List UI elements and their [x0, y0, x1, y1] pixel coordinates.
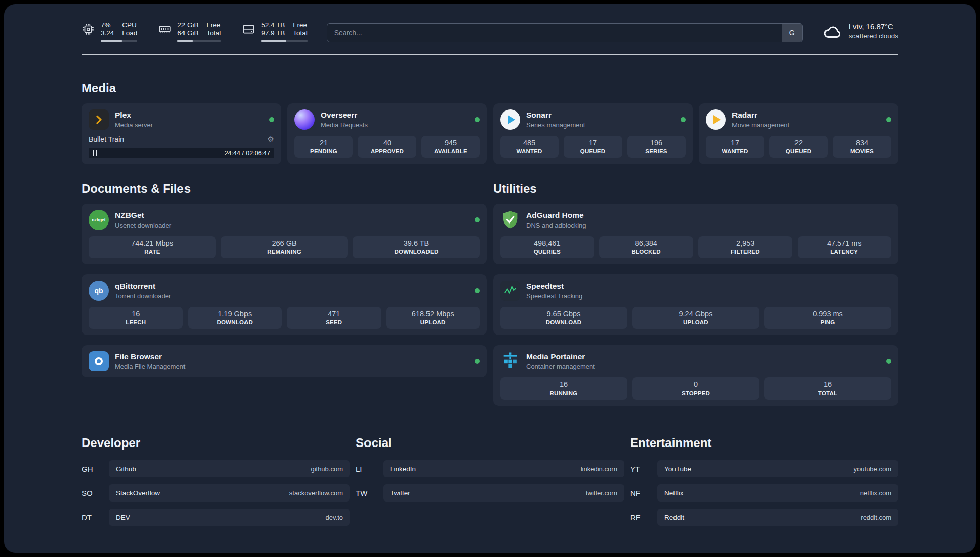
bookmark-abbr: DT: [82, 513, 109, 522]
status-dot: [475, 359, 480, 364]
bookmark-link[interactable]: LinkedInlinkedin.com: [383, 460, 624, 477]
stat-value: 9.65 Gbps: [502, 310, 625, 318]
nzbget-icon[interactable]: nzbget: [89, 210, 109, 230]
section-title-social: Social: [356, 436, 624, 450]
overseerr-icon[interactable]: [294, 109, 315, 130]
stat-value: 1.19 Gbps: [190, 310, 280, 318]
weather-widget: Lviv, 16.87°C scattered clouds: [822, 22, 898, 40]
app-name-portainer[interactable]: Media Portainer: [526, 352, 880, 361]
cpu-load-label: Load: [122, 29, 137, 37]
search-input[interactable]: [327, 23, 803, 42]
stats-row: 17WANTED22QUEUED834MOVIES: [706, 136, 891, 158]
bookmark-link[interactable]: YouTubeyoutube.com: [657, 460, 898, 477]
bookmark-name: StackOverflow: [116, 489, 160, 497]
gear-icon[interactable]: ⚙: [268, 135, 274, 144]
status-dot: [886, 117, 891, 122]
bookmark-link[interactable]: Twittertwitter.com: [383, 484, 624, 502]
stats-row: 744.21 MbpsRATE266 GBREMAINING39.6 TBDOW…: [89, 236, 480, 258]
app-card-overseerr: Overseerr Media Requests 21PENDING40APPR…: [287, 103, 487, 164]
disk-free-label: Free: [293, 21, 308, 29]
stat-value: 16: [91, 310, 181, 318]
bookmark-row: DTDEVdev.to: [82, 509, 350, 526]
app-subtitle-plex: Media server: [115, 121, 263, 129]
seek-bar[interactable]: [101, 150, 221, 156]
ram-total-label: Total: [207, 29, 221, 37]
stat-box: 40APPROVED: [358, 136, 416, 158]
stat-box: 9.65 GbpsDOWNLOAD: [500, 307, 627, 329]
weather-location: Lviv, 16.87°C: [849, 22, 898, 31]
app-name-adguard[interactable]: AdGuard Home: [526, 211, 891, 220]
stat-label: UPLOAD: [388, 319, 478, 325]
playback-time: 24:44 / 02:06:47: [225, 150, 270, 157]
app-name-nzbget[interactable]: NZBGet: [115, 211, 469, 220]
bookmarks-social: Social LILinkedInlinkedin.comTWTwittertw…: [356, 436, 624, 526]
app-subtitle-portainer: Container management: [526, 363, 880, 370]
stat-box: 945AVAILABLE: [421, 136, 480, 158]
app-card-radarr: Radarr Movie management 17WANTED22QUEUED…: [699, 103, 898, 164]
adguard-icon[interactable]: [500, 210, 520, 230]
stat-label: DOWNLOAD: [190, 319, 280, 325]
bookmark-row: RERedditreddit.com: [630, 509, 898, 526]
now-playing: Bullet Train ⚙ 24:44 / 02:06:47: [89, 135, 274, 158]
app-card-qbittorrent: qb qBittorrent Torrent downloader 16LEEC…: [82, 274, 487, 335]
disk-total-label: Total: [293, 29, 308, 37]
bookmarks-developer: Developer GHGithubgithub.comSOStackOverf…: [82, 436, 350, 526]
app-name-overseerr[interactable]: Overseerr: [321, 110, 469, 120]
bookmark-abbr: NF: [630, 489, 657, 497]
stat-value: 47.571 ms: [800, 239, 890, 247]
stat-box: 2,953FILTERED: [698, 236, 792, 258]
stat-box: 618.52 MbpsUPLOAD: [386, 307, 480, 329]
bookmark-link[interactable]: Netflixnetflix.com: [657, 484, 898, 502]
app-name-speedtest[interactable]: Speedtest: [526, 282, 891, 291]
section-title-utilities: Utilities: [493, 182, 898, 196]
portainer-icon[interactable]: [500, 351, 520, 371]
app-name-plex[interactable]: Plex: [115, 110, 263, 120]
bookmark-link[interactable]: DEVdev.to: [109, 509, 350, 526]
section-documents: Documents & Files nzbget NZBGet Usenet d…: [82, 182, 487, 406]
bookmark-abbr: LI: [356, 465, 383, 473]
stat-label: SERIES: [629, 148, 684, 154]
bookmark-url: netflix.com: [860, 489, 891, 497]
bookmark-link[interactable]: Githubgithub.com: [109, 460, 350, 477]
radarr-icon[interactable]: [706, 109, 726, 130]
app-card-portainer: Media Portainer Container management 16R…: [493, 345, 898, 406]
app-name-qbittorrent[interactable]: qBittorrent: [115, 282, 469, 291]
stat-value: 17: [708, 139, 762, 147]
ram-icon: [158, 23, 171, 36]
bookmark-name: Github: [116, 465, 136, 473]
playback-bar[interactable]: 24:44 / 02:06:47: [89, 148, 274, 158]
app-subtitle-filebrowser: Media File Management: [115, 363, 469, 370]
app-name-sonarr[interactable]: Sonarr: [526, 110, 675, 120]
search-engine-button[interactable]: G: [782, 24, 802, 42]
stat-box: 498,461QUERIES: [500, 236, 594, 258]
sonarr-icon[interactable]: [500, 109, 520, 130]
stat-box: 485WANTED: [500, 136, 559, 158]
plex-icon[interactable]: [89, 109, 109, 130]
stat-box: 17QUEUED: [564, 136, 622, 158]
bookmark-name: Twitter: [390, 489, 410, 497]
cloud-icon: [822, 22, 843, 40]
stat-value: 16: [502, 380, 625, 388]
stat-value: 86,384: [601, 239, 692, 247]
stat-box: 0STOPPED: [632, 377, 759, 400]
bookmark-name: DEV: [116, 514, 130, 521]
app-card-filebrowser: File Browser Media File Management: [82, 345, 487, 377]
bookmark-link[interactable]: Redditreddit.com: [657, 509, 898, 526]
bookmark-link[interactable]: StackOverflowstackoverflow.com: [109, 484, 350, 502]
disk-total-value: 97.9 TB: [261, 29, 285, 37]
app-name-filebrowser[interactable]: File Browser: [115, 352, 469, 361]
bookmarks-entertainment: Entertainment YTYouTubeyoutube.comNFNetf…: [630, 436, 898, 526]
qbittorrent-icon[interactable]: qb: [89, 281, 109, 301]
speedtest-icon[interactable]: [500, 281, 520, 301]
filebrowser-icon[interactable]: [89, 351, 109, 371]
stat-value: 196: [629, 139, 684, 147]
cpu-icon: [82, 23, 95, 36]
stats-row: 21PENDING40APPROVED945AVAILABLE: [294, 136, 480, 158]
stat-label: APPROVED: [360, 148, 414, 154]
app-name-radarr[interactable]: Radarr: [732, 110, 880, 120]
pause-icon[interactable]: [93, 150, 97, 156]
bookmark-url: github.com: [311, 465, 343, 473]
stat-box: 16LEECH: [89, 307, 183, 329]
bookmark-abbr: YT: [630, 465, 657, 473]
status-dot: [475, 217, 480, 222]
